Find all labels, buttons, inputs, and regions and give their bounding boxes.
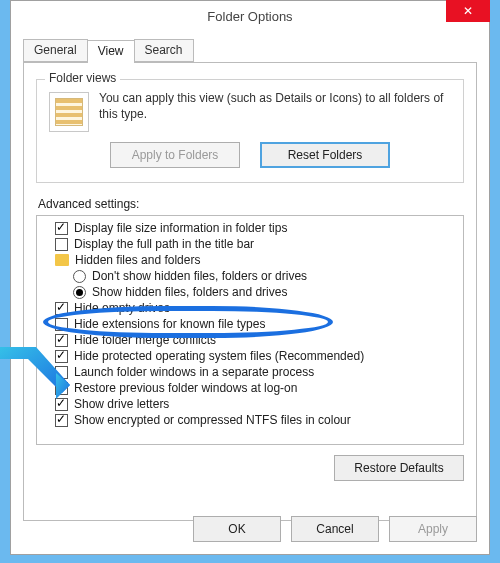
list-item[interactable]: Don't show hidden files, folders or driv… [73,268,459,284]
list-item[interactable]: Restore previous folder windows at log-o… [55,380,459,396]
tab-view[interactable]: View [87,40,135,63]
folder-views-group: Folder views You can apply this view (su… [36,79,464,183]
dialog-buttons: OK Cancel Apply [23,516,477,542]
apply-to-folders-button: Apply to Folders [110,142,240,168]
cancel-button[interactable]: Cancel [291,516,379,542]
checkbox-icon[interactable] [55,318,68,331]
list-item-label: Display the full path in the title bar [74,237,254,251]
radio-icon[interactable] [73,270,86,283]
reset-folders-button[interactable]: Reset Folders [260,142,390,168]
checkbox-icon[interactable] [55,350,68,363]
list-item-label: Display file size information in folder … [74,221,287,235]
tab-general[interactable]: General [23,39,88,62]
checkbox-icon[interactable] [55,302,68,315]
checkbox-icon[interactable] [55,414,68,427]
list-item[interactable]: Display the full path in the title bar [55,236,459,252]
list-item[interactable]: Hide empty drives [55,300,459,316]
close-icon: ✕ [463,4,473,18]
view-panel: Folder views You can apply this view (su… [23,63,477,521]
list-item-label: Hide extensions for known file types [74,317,265,331]
advanced-settings-list[interactable]: Display file size information in folder … [36,215,464,445]
checkbox-icon[interactable] [55,398,68,411]
list-item[interactable]: Hide extensions for known file types [55,316,459,332]
list-item[interactable]: Show encrypted or compressed NTFS files … [55,412,459,428]
window-title: Folder Options [207,9,292,24]
list-item: Hidden files and folders [55,252,459,268]
list-item-label: Show hidden files, folders and drives [92,285,287,299]
list-item-label: Restore previous folder windows at log-o… [74,381,297,395]
list-item[interactable]: Hide folder merge conflicts [55,332,459,348]
list-item-label: Show encrypted or compressed NTFS files … [74,413,351,427]
checkbox-icon[interactable] [55,334,68,347]
apply-button: Apply [389,516,477,542]
folder-views-desc: You can apply this view (such as Details… [99,90,451,122]
list-item-label: Hide folder merge conflicts [74,333,216,347]
list-item-label: Show drive letters [74,397,169,411]
restore-defaults-button[interactable]: Restore Defaults [334,455,464,481]
checkbox-icon[interactable] [55,238,68,251]
list-item-label: Hidden files and folders [75,253,200,267]
list-item[interactable]: Show hidden files, folders and drives [73,284,459,300]
folder-views-icon [49,92,89,132]
close-button[interactable]: ✕ [446,0,490,22]
folder-options-dialog: Folder Options ✕ General View Search Fol… [10,0,490,555]
folder-views-legend: Folder views [45,71,120,85]
list-item[interactable]: Launch folder windows in a separate proc… [55,364,459,380]
radio-icon[interactable] [73,286,86,299]
titlebar: Folder Options ✕ [11,1,489,31]
folder-icon [55,254,69,266]
list-item[interactable]: Display file size information in folder … [55,220,459,236]
list-item[interactable]: Hide protected operating system files (R… [55,348,459,364]
tab-search[interactable]: Search [134,39,194,62]
tabs-area: General View Search Folder views You can… [11,31,489,521]
list-item-label: Hide protected operating system files (R… [74,349,364,363]
list-item[interactable]: Show drive letters [55,396,459,412]
checkbox-icon[interactable] [55,382,68,395]
tab-row: General View Search [23,39,477,63]
list-item-label: Don't show hidden files, folders or driv… [92,269,307,283]
checkbox-icon[interactable] [55,366,68,379]
advanced-settings-label: Advanced settings: [38,197,462,211]
checkbox-icon[interactable] [55,222,68,235]
list-item-label: Hide empty drives [74,301,170,315]
ok-button[interactable]: OK [193,516,281,542]
list-item-label: Launch folder windows in a separate proc… [74,365,314,379]
